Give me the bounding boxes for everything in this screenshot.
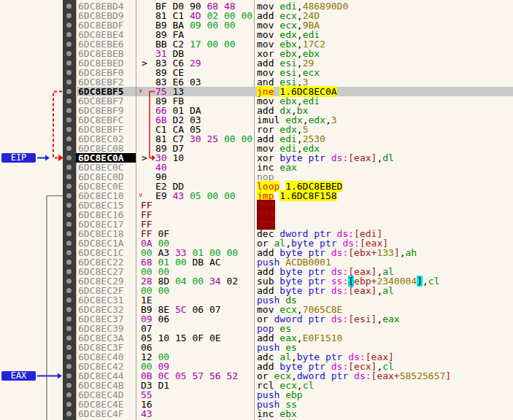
breakpoint-cell[interactable] [63, 295, 76, 305]
breakpoint-cell[interactable] [63, 96, 76, 106]
breakpoint-dot[interactable] [66, 32, 72, 37]
breakpoint-dot[interactable] [66, 411, 72, 416]
breakpoint-dot[interactable] [66, 165, 72, 170]
breakpoint-cell[interactable] [63, 172, 76, 182]
breakpoint-cell[interactable] [63, 400, 76, 409]
breakpoint-cell[interactable] [63, 1, 76, 11]
breakpoint-dot[interactable] [66, 136, 72, 141]
instr-token: 1.6DC8F158 [279, 190, 336, 201]
byte: 00 [224, 20, 236, 31]
breakpoint-cell[interactable] [63, 343, 76, 352]
breakpoint-cell[interactable] [63, 58, 76, 68]
breakpoint-cell[interactable] [63, 257, 76, 267]
instruction-bytes: D3 D1 [136, 381, 254, 390]
breakpoint-dot[interactable] [66, 231, 72, 236]
breakpoint-dot[interactable] [66, 279, 72, 284]
breakpoint-cell[interactable] [63, 219, 76, 229]
breakpoint-cell[interactable] [63, 362, 76, 371]
breakpoint-dot[interactable] [66, 316, 72, 322]
breakpoint-dot[interactable] [66, 146, 72, 151]
breakpoint-cell[interactable] [63, 267, 76, 276]
breakpoint-cell[interactable] [63, 324, 76, 333]
breakpoint-cell[interactable] [63, 182, 76, 191]
breakpoint-cell[interactable] [63, 163, 76, 172]
breakpoint-dot[interactable] [66, 250, 72, 255]
breakpoint-dot[interactable] [66, 4, 72, 9]
breakpoint-dot[interactable] [66, 288, 72, 293]
breakpoint-cell[interactable] [63, 11, 76, 20]
breakpoint-dot[interactable] [66, 383, 72, 388]
breakpoint-dot[interactable] [66, 184, 72, 189]
breakpoint-dot[interactable] [66, 260, 72, 265]
breakpoint-dot[interactable] [66, 212, 72, 217]
instruction-bytes: 89 D7 [136, 144, 254, 153]
breakpoint-dot[interactable] [66, 269, 72, 274]
breakpoint-cell[interactable] [63, 371, 76, 381]
breakpoint-dot[interactable] [66, 241, 72, 246]
breakpoint-dot[interactable] [66, 364, 72, 369]
breakpoint-dot[interactable] [66, 373, 72, 378]
breakpoint-dot[interactable] [66, 117, 72, 122]
breakpoint-dot[interactable] [66, 402, 72, 407]
breakpoint-dot[interactable] [66, 203, 72, 208]
byte: 17 [190, 39, 201, 50]
breakpoint-cell[interactable] [63, 153, 76, 163]
breakpoint-cell[interactable] [63, 201, 76, 210]
breakpoint-cell[interactable] [63, 210, 76, 219]
byte: 00 [175, 257, 187, 268]
breakpoint-cell[interactable] [63, 115, 76, 125]
breakpoint-cell[interactable] [63, 381, 76, 390]
breakpoint-cell[interactable] [63, 333, 76, 343]
disassembly-view: 6DC8EBD4BF D0 90 68 48mov edi,486890D06D… [0, 0, 513, 420]
breakpoint-cell[interactable] [63, 144, 76, 153]
breakpoint-cell[interactable] [63, 134, 76, 144]
breakpoint-cell[interactable] [63, 49, 76, 58]
breakpoint-dot[interactable] [66, 354, 72, 359]
jump-origin-icon: v [139, 86, 142, 96]
breakpoint-dot[interactable] [66, 193, 72, 198]
breakpoint-cell[interactable] [63, 87, 76, 96]
breakpoint-dot[interactable] [66, 13, 72, 18]
breakpoint-cell[interactable] [63, 276, 76, 286]
breakpoint-cell[interactable] [63, 229, 76, 238]
breakpoint-dot[interactable] [66, 70, 72, 75]
breakpoint-cell[interactable] [63, 390, 76, 400]
breakpoint-cell[interactable] [63, 238, 76, 248]
breakpoint-dot[interactable] [66, 98, 72, 104]
breakpoint-dot[interactable] [66, 127, 72, 132]
breakpoint-dot[interactable] [66, 307, 72, 312]
breakpoint-dot[interactable] [66, 155, 72, 160]
breakpoint-cell[interactable] [63, 305, 76, 314]
breakpoint-cell[interactable] [63, 314, 76, 324]
byte: 25 [207, 133, 218, 144]
breakpoint-dot[interactable] [66, 222, 72, 227]
byte: 05 [175, 370, 187, 381]
breakpoint-dot[interactable] [66, 335, 72, 341]
breakpoint-cell[interactable] [63, 68, 76, 77]
breakpoint-dot[interactable] [66, 79, 72, 85]
breakpoint-dot[interactable] [66, 61, 72, 66]
breakpoint-dot[interactable] [66, 345, 72, 350]
breakpoint-cell[interactable] [63, 248, 76, 257]
breakpoint-cell[interactable] [63, 20, 76, 30]
breakpoint-cell[interactable] [63, 191, 76, 201]
breakpoint-cell[interactable] [63, 352, 76, 362]
breakpoint-dot[interactable] [66, 51, 72, 56]
breakpoint-dot[interactable] [66, 392, 72, 397]
breakpoint-dot[interactable] [66, 23, 72, 28]
breakpoint-cell[interactable] [63, 77, 76, 87]
breakpoint-cell[interactable] [63, 409, 76, 419]
instruction-bytes: 00 00 [136, 286, 254, 295]
breakpoint-cell[interactable] [63, 125, 76, 134]
breakpoint-cell[interactable] [63, 106, 76, 115]
breakpoint-cell[interactable] [63, 39, 76, 49]
breakpoint-dot[interactable] [66, 108, 72, 113]
breakpoint-dot[interactable] [66, 326, 72, 331]
breakpoint-dot[interactable] [66, 298, 72, 303]
breakpoint-dot[interactable] [66, 42, 72, 47]
breakpoint-dot[interactable] [66, 174, 72, 179]
breakpoint-cell[interactable] [63, 30, 76, 39]
breakpoint-cell[interactable] [63, 286, 76, 295]
breakpoint-dot[interactable] [66, 89, 72, 94]
instruction-bytes: 05 10 15 0F 0E [136, 333, 254, 343]
